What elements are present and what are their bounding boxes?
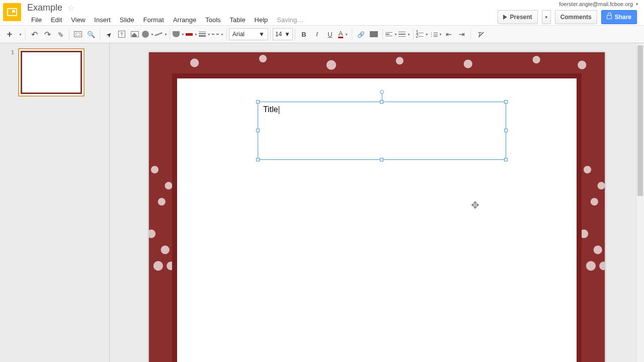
shape-tool[interactable]: ▼ <box>141 28 154 41</box>
slide-number: 1 <box>11 49 14 55</box>
link-icon <box>357 30 365 39</box>
star-icon[interactable]: ☆ <box>67 3 74 13</box>
resize-handle-tc[interactable] <box>380 100 383 104</box>
textbox-text: Title <box>263 105 278 114</box>
resize-handle-tl[interactable] <box>256 100 260 104</box>
textbox-content[interactable]: Title <box>258 102 506 117</box>
user-email: foerster.angie@mail.fcboe.org <box>559 1 633 7</box>
font-select[interactable]: Arial▼ <box>229 28 268 40</box>
text-color-button[interactable]: A▼ <box>337 28 350 41</box>
indent-button[interactable] <box>455 28 468 41</box>
menu-file[interactable]: File <box>27 15 46 25</box>
line-icon <box>154 33 163 36</box>
undo-icon <box>31 30 38 39</box>
menu-table[interactable]: Table <box>226 15 250 25</box>
zoom-button[interactable] <box>85 28 98 41</box>
share-button[interactable]: Share <box>601 10 637 24</box>
new-slide-dropdown[interactable]: ▼ <box>16 28 23 41</box>
resize-handle-ml[interactable] <box>256 129 260 132</box>
shape-icon <box>142 31 149 38</box>
redo-button[interactable] <box>41 28 54 41</box>
present-button[interactable]: Present <box>498 10 538 24</box>
resize-handle-bl[interactable] <box>256 158 260 161</box>
photo-icon <box>370 31 378 37</box>
text-cursor <box>279 106 279 114</box>
play-icon <box>503 15 507 20</box>
line-spacing-button[interactable]: ▼ <box>398 28 411 41</box>
underline-button[interactable]: U <box>324 28 337 41</box>
paint-format-button[interactable] <box>54 28 67 41</box>
menu-help[interactable]: Help <box>251 15 272 25</box>
fit-button[interactable] <box>71 28 85 41</box>
line-dash-button[interactable]: ▼ <box>211 28 224 41</box>
bold-icon: B <box>301 31 306 38</box>
rotate-handle[interactable] <box>380 90 384 94</box>
save-status: Saving… <box>273 15 307 25</box>
slide-thumbnail-1[interactable] <box>18 48 85 97</box>
slide[interactable]: Title <box>149 52 605 362</box>
bullist-icon <box>429 30 437 39</box>
scrollbar-thumb[interactable] <box>637 45 643 196</box>
font-name: Arial <box>232 31 245 38</box>
menu-edit[interactable]: Edit <box>47 15 66 25</box>
fill-color-button[interactable]: ▼ <box>172 28 185 41</box>
menu-format[interactable]: Format <box>139 15 168 25</box>
select-tool[interactable] <box>102 28 115 41</box>
text-icon: T <box>118 31 125 38</box>
resize-handle-mr[interactable] <box>504 129 508 132</box>
bulleted-list-button[interactable]: ▼ <box>429 28 442 41</box>
line-color-button[interactable]: ▼ <box>185 28 198 41</box>
slide-border-left <box>149 73 172 362</box>
doc-title[interactable]: Example <box>27 3 62 13</box>
title-textbox[interactable]: Title <box>258 102 506 160</box>
pointer-icon <box>106 30 112 39</box>
numlist-icon: 1—2— <box>416 31 424 38</box>
redo-icon <box>44 30 51 39</box>
user-account[interactable]: foerster.angie@mail.fcboe.org ▼ <box>559 1 639 7</box>
resize-handle-bc[interactable] <box>380 158 383 161</box>
image-icon <box>131 31 139 37</box>
font-size: 14 <box>275 31 282 38</box>
paint-icon <box>57 30 63 39</box>
vertical-scrollbar[interactable] <box>636 43 644 362</box>
outdent-button[interactable] <box>442 28 455 41</box>
image-tool[interactable] <box>128 28 141 41</box>
numbered-list-button[interactable]: 1—2—▼ <box>416 28 429 41</box>
toolbar: + ▼ T ▼ ▼ ▼ ▼ ▼ ▼ Arial▼ 14▼ B I U A▼ ▼ … <box>0 25 644 43</box>
slide-canvas[interactable]: Title ✥ <box>110 43 644 362</box>
menu-tools[interactable]: Tools <box>201 15 224 25</box>
menu-insert[interactable]: Insert <box>90 15 115 25</box>
chevron-down-icon: ▼ <box>259 31 265 38</box>
line-weight-button[interactable]: ▼ <box>198 28 211 41</box>
new-slide-button[interactable]: + <box>3 28 16 41</box>
align-button[interactable]: ▼ <box>385 28 398 41</box>
present-label: Present <box>510 14 532 21</box>
insert-photo-button[interactable] <box>367 28 380 41</box>
link-button[interactable] <box>354 28 367 41</box>
textbox-tool[interactable]: T <box>115 28 128 41</box>
lock-icon <box>607 15 612 19</box>
indent-icon <box>459 30 465 39</box>
font-size-select[interactable]: 14▼ <box>273 28 293 40</box>
menu-slide[interactable]: Slide <box>116 15 138 25</box>
bold-button[interactable]: B <box>297 28 310 41</box>
text-color-icon: A <box>338 31 344 38</box>
line-tool[interactable]: ▼ <box>154 28 168 41</box>
slide-panel: 1 <box>0 43 110 362</box>
spacing-icon <box>398 32 406 37</box>
menu-arrange[interactable]: Arrange <box>169 15 200 25</box>
menu-view[interactable]: View <box>67 15 89 25</box>
undo-button[interactable] <box>28 28 41 41</box>
app-logo[interactable] <box>3 3 21 21</box>
present-dropdown[interactable]: ▼ <box>542 10 551 24</box>
chevron-down-icon: ▼ <box>635 2 639 7</box>
comments-button[interactable]: Comments <box>555 10 597 24</box>
resize-handle-tr[interactable] <box>504 100 508 104</box>
fill-icon <box>173 31 180 37</box>
dash-icon <box>212 34 219 35</box>
clear-format-button[interactable]: T <box>473 28 486 41</box>
resize-handle-br[interactable] <box>504 158 508 161</box>
italic-button[interactable]: I <box>310 28 324 41</box>
align-icon <box>385 32 392 37</box>
underline-icon: U <box>328 31 332 38</box>
